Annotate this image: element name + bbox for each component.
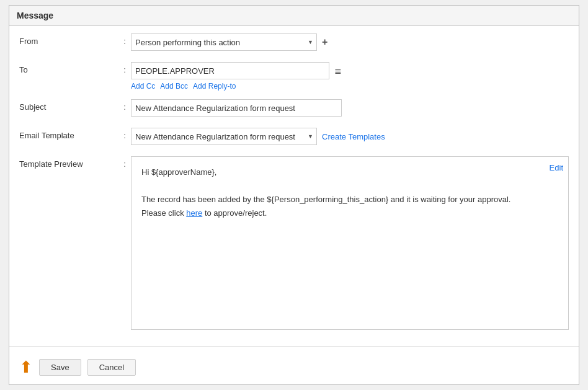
- add-bcc-link[interactable]: Add Bcc: [160, 82, 188, 91]
- upload-arrow-icon: ⬆: [19, 358, 33, 377]
- from-select[interactable]: Person performing this action: [131, 33, 317, 51]
- add-from-icon[interactable]: +: [322, 37, 327, 48]
- template-line4-pre: Please click: [141, 208, 186, 218]
- footer-divider: [9, 346, 579, 347]
- to-row: To : ≣ Add Cc Add Bcc Add Reply-to: [19, 62, 569, 91]
- from-row: From : Person performing this action +: [19, 33, 569, 53]
- template-line4: Please click here to approve/reject.: [141, 206, 558, 220]
- message-dialog: Message From : Person performing this ac…: [9, 5, 579, 385]
- from-inline: Person performing this action +: [131, 33, 569, 51]
- template-preview-control: Edit Hi ${approverName}, The record has …: [131, 156, 569, 330]
- add-reply-to-link[interactable]: Add Reply-to: [193, 82, 236, 91]
- subject-row: Subject :: [19, 99, 569, 119]
- add-links: Add Cc Add Bcc Add Reply-to: [131, 82, 569, 91]
- email-template-select-wrapper: New Attendance Regularization form reque…: [131, 128, 317, 145]
- to-control: ≣ Add Cc Add Bcc Add Reply-to: [131, 62, 569, 91]
- add-cc-link[interactable]: Add Cc: [131, 82, 155, 91]
- dialog-title: Message: [9, 6, 579, 26]
- from-label: From: [19, 33, 118, 46]
- from-select-wrapper: Person performing this action: [131, 33, 317, 51]
- to-colon: :: [118, 62, 131, 74]
- from-colon: :: [118, 33, 131, 46]
- email-template-inline: New Attendance Regularization form reque…: [131, 128, 569, 145]
- template-line4-post: to approve/reject.: [202, 208, 267, 218]
- template-preview-label: Template Preview: [19, 156, 118, 169]
- email-template-row: Email Template : New Attendance Regulari…: [19, 128, 569, 148]
- to-input[interactable]: [131, 62, 329, 79]
- email-template-colon: :: [118, 128, 131, 140]
- template-line3-pre: The record has been added by the ${Perso…: [141, 195, 510, 204]
- cancel-button[interactable]: Cancel: [87, 359, 136, 376]
- template-line1: Hi ${approverName},: [141, 166, 558, 179]
- template-preview-colon: :: [118, 156, 131, 169]
- email-template-control: New Attendance Regularization form reque…: [131, 128, 569, 145]
- email-template-select[interactable]: New Attendance Regularization form reque…: [131, 128, 317, 145]
- subject-input[interactable]: [131, 99, 342, 117]
- create-templates-link[interactable]: Create Templates: [322, 132, 385, 141]
- subject-label: Subject: [19, 99, 118, 112]
- save-button[interactable]: Save: [39, 359, 81, 376]
- template-text: Hi ${approverName}, The record has been …: [141, 166, 558, 220]
- subject-colon: :: [118, 99, 131, 112]
- template-preview-area: Edit Hi ${approverName}, The record has …: [131, 156, 569, 330]
- to-label: To: [19, 62, 118, 74]
- from-control: Person performing this action +: [131, 33, 569, 51]
- subject-control: [131, 99, 569, 117]
- template-line3: The record has been added by the ${Perso…: [141, 193, 558, 206]
- to-inline: ≣: [131, 62, 569, 79]
- template-preview-row: Template Preview : Edit Hi ${approverNam…: [19, 156, 569, 330]
- template-here-link[interactable]: here: [186, 208, 202, 218]
- edit-link[interactable]: Edit: [550, 162, 563, 175]
- email-template-label: Email Template: [19, 128, 118, 140]
- to-grid-icon[interactable]: ≣: [334, 66, 342, 76]
- form-body: From : Person performing this action + T…: [9, 26, 579, 346]
- footer: ⬆ Save Cancel: [9, 352, 579, 384]
